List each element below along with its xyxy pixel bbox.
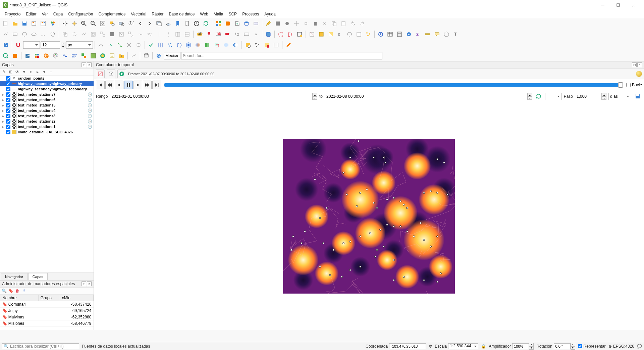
- undo-icon[interactable]: [348, 19, 357, 28]
- temporal-off-icon[interactable]: [96, 70, 105, 78]
- map-canvas[interactable]: [94, 102, 644, 330]
- rotate-label-icon[interactable]: [233, 30, 241, 39]
- add-feature-icon[interactable]: [283, 19, 291, 28]
- range-end-input[interactable]: [325, 93, 528, 100]
- layers-list[interactable]: random_points highway_secondayhighway_pr…: [0, 76, 94, 272]
- snapping-icon[interactable]: [14, 41, 22, 49]
- add-ring-icon[interactable]: [89, 30, 98, 39]
- select-location-icon[interactable]: [345, 30, 354, 39]
- copy-features-icon[interactable]: [330, 19, 338, 28]
- union-icon[interactable]: [222, 41, 230, 49]
- style-manager-icon[interactable]: [48, 19, 57, 28]
- digitize-ellipse-icon[interactable]: [30, 30, 38, 39]
- mag-up[interactable]: ▲: [529, 343, 534, 346]
- split-features-icon[interactable]: [155, 30, 163, 39]
- temporal-slider[interactable]: [164, 83, 621, 87]
- clip-icon[interactable]: [212, 41, 221, 49]
- layer-row[interactable]: random_points: [0, 76, 94, 81]
- layer-row[interactable]: ▸ test_meteo_stations6 🕒: [0, 97, 94, 102]
- zoom-next-icon[interactable]: [145, 19, 154, 28]
- geocoder-search-input[interactable]: [181, 52, 382, 59]
- statistics-icon[interactable]: Σ: [414, 30, 423, 39]
- select-form-icon[interactable]: [355, 30, 363, 39]
- change-label-icon[interactable]: [242, 30, 251, 39]
- pan-icon[interactable]: [61, 19, 69, 28]
- heatmap-plugin-icon[interactable]: [98, 51, 107, 60]
- menu-ver[interactable]: Ver: [39, 11, 51, 17]
- layer-expression-icon[interactable]: ε: [28, 69, 34, 75]
- step-unit-combo[interactable]: días: [608, 93, 631, 100]
- redo-icon[interactable]: [358, 19, 367, 28]
- pin-label-icon[interactable]: [205, 30, 213, 39]
- layers-close-icon[interactable]: ×: [87, 62, 92, 67]
- menu-proyecto[interactable]: Proyecto: [2, 11, 23, 17]
- layer-expand-icon[interactable]: ▸: [1, 114, 5, 118]
- rewind-start-button[interactable]: [96, 81, 105, 89]
- zoom-selection-icon[interactable]: [108, 19, 116, 28]
- print-layout2-icon[interactable]: [142, 51, 151, 60]
- menu-vectorial[interactable]: Vectorial: [128, 11, 149, 17]
- convex-hull-icon[interactable]: [175, 41, 183, 49]
- temporal-fixed-icon[interactable]: [107, 70, 115, 78]
- mag-down[interactable]: ▼: [529, 346, 534, 350]
- save-project-icon[interactable]: [20, 19, 29, 28]
- simplify-icon[interactable]: [79, 30, 88, 39]
- layer-row[interactable]: highway_secondayhighway_secondary: [0, 86, 94, 92]
- geocoder-country-combo[interactable]: Mexico: [164, 52, 180, 59]
- menu-complementos[interactable]: Complementos: [96, 11, 128, 17]
- mag-input[interactable]: [512, 343, 529, 349]
- raster-align-icon[interactable]: [79, 51, 88, 60]
- layer-add-group-icon[interactable]: ⊞: [8, 69, 13, 75]
- bookmark-row[interactable]: 🔖 Malvinas-62,352880: [0, 314, 94, 320]
- tab-navegador[interactable]: Navegador: [1, 273, 28, 280]
- styling-plugin-icon[interactable]: [51, 51, 60, 60]
- step-down[interactable]: ▼: [602, 96, 606, 100]
- layer-visibility-checkbox[interactable]: [6, 130, 10, 134]
- start-down[interactable]: ▼: [313, 96, 317, 100]
- digitize-polygon-icon[interactable]: [48, 30, 57, 39]
- tab-capas[interactable]: Capas: [28, 273, 48, 280]
- snap-unit-combo[interactable]: px: [66, 41, 93, 49]
- range-refresh-mode[interactable]: [545, 93, 562, 100]
- show-label-icon[interactable]: abc: [214, 30, 223, 39]
- new-map-view-icon[interactable]: [155, 19, 163, 28]
- advanced-digitizing-icon[interactable]: N: [1, 41, 10, 49]
- temporal-undock-icon[interactable]: ◻: [632, 62, 637, 67]
- layer-visibility-checkbox[interactable]: [6, 114, 10, 118]
- field-calculator-icon[interactable]: [395, 30, 404, 39]
- geom-check-icon[interactable]: [147, 41, 155, 49]
- toggle-editing-icon[interactable]: [264, 19, 273, 28]
- temporal-controller-icon[interactable]: [192, 19, 201, 28]
- menu-scp[interactable]: SCP: [226, 11, 239, 17]
- menu-web[interactable]: Web: [197, 11, 211, 17]
- layer-style-icon[interactable]: ✎: [1, 69, 7, 75]
- data-source-manager-icon[interactable]: [214, 19, 223, 28]
- paste-features-icon[interactable]: [339, 19, 348, 28]
- menu-editar[interactable]: Editar: [23, 11, 39, 17]
- layer-expand-icon[interactable]: ▸: [1, 120, 5, 123]
- temporal-animated-icon[interactable]: [117, 70, 126, 78]
- deselect-all-icon[interactable]: [308, 30, 316, 39]
- buffer-icon[interactable]: [184, 41, 193, 49]
- menu-raster[interactable]: Ráster: [149, 11, 166, 17]
- layer-expand-icon[interactable]: ▸: [1, 93, 5, 96]
- niwa-plugin-icon[interactable]: NIWASCP: [70, 51, 79, 60]
- layer-row[interactable]: ▸ test_meteo_stations2 🕒: [0, 119, 94, 124]
- digitize-rect-icon[interactable]: [11, 30, 19, 39]
- temporal-close-icon[interactable]: ×: [637, 62, 642, 67]
- select-invert-icon[interactable]: [262, 41, 271, 49]
- add-part-icon[interactable]: [98, 30, 107, 39]
- end-up[interactable]: ▲: [528, 93, 532, 96]
- close-button[interactable]: [626, 0, 641, 10]
- merge-features-icon[interactable]: [173, 30, 182, 39]
- offset-curve-icon[interactable]: [145, 30, 154, 39]
- layer-visibility-checkbox[interactable]: [6, 92, 10, 97]
- layer-row[interactable]: ▸ test_meteo_stations1 🕒: [0, 124, 94, 129]
- bookmark-zoom-icon[interactable]: 🔍: [1, 288, 7, 294]
- layer-expand-icon[interactable]: ▸: [1, 109, 5, 113]
- plugin-manager-icon[interactable]: [33, 51, 41, 60]
- vector-grid-icon[interactable]: [156, 41, 165, 49]
- processing-toolbox-icon[interactable]: [405, 30, 413, 39]
- bookmark-row[interactable]: 🔖 Comuna4-58,437426: [0, 301, 94, 308]
- start-up[interactable]: ▲: [313, 93, 317, 96]
